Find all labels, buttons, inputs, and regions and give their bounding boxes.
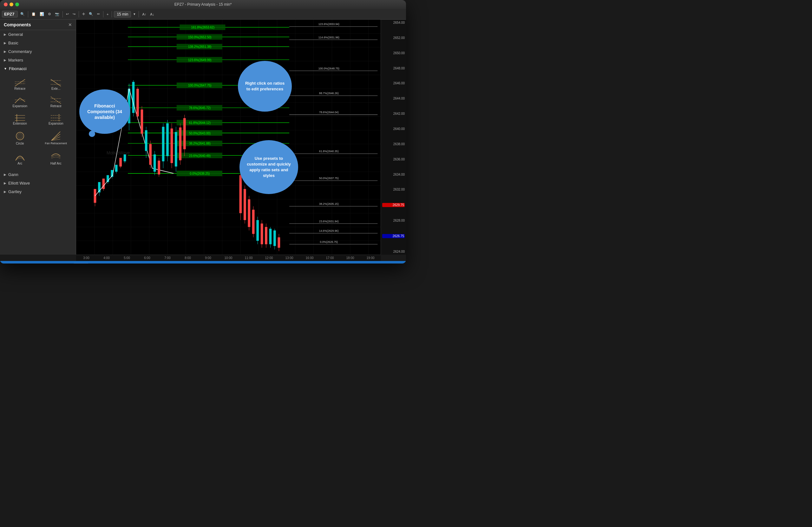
- plus-icon[interactable]: +: [105, 12, 110, 17]
- price-tick-13: 2628.00: [382, 219, 405, 222]
- fib-item-halfarc[interactable]: Half Arc: [39, 148, 74, 167]
- timeframe-20min[interactable]: 20 min: [90, 263, 105, 263]
- timeframe-dropdown-icon[interactable]: ▾: [132, 11, 137, 17]
- fib-item-fan[interactable]: Fan Retracement: [39, 128, 74, 147]
- fib-label-fan: Fan Retracement: [45, 142, 67, 145]
- symbol-display[interactable]: EPZ7: [2, 11, 18, 17]
- sidebar-item-markers[interactable]: ▶ Markers: [0, 56, 76, 64]
- fan-icon: [50, 130, 61, 142]
- expand-icon-markers: ▶: [4, 58, 6, 62]
- chart-tools-btn[interactable]: 📋: [354, 263, 363, 264]
- svg-rect-158: [183, 118, 186, 149]
- fib-item-retrace1[interactable]: Retrace: [2, 76, 38, 92]
- search-icon[interactable]: 🔍: [19, 11, 26, 17]
- timeframe-1min[interactable]: 1 min: [29, 263, 41, 263]
- timeframe-10min[interactable]: 10 min: [57, 263, 72, 263]
- chart-icon[interactable]: 📊: [38, 11, 45, 17]
- svg-text:MotiveWave: MotiveWave: [106, 150, 130, 156]
- chart-expand-btn[interactable]: ⟺: [383, 263, 392, 264]
- svg-rect-176: [273, 231, 276, 246]
- chart-layout-btn[interactable]: ⊞: [364, 263, 371, 264]
- svg-text:0.0%(2638.25): 0.0%(2638.25): [190, 172, 210, 176]
- fib-label-halfarc: Half Arc: [50, 162, 61, 165]
- fib-item-extend1[interactable]: Exte...: [39, 76, 74, 92]
- minimize-button[interactable]: [10, 2, 13, 6]
- svg-rect-120: [102, 178, 105, 189]
- sidebar-item-fibonacci[interactable]: ▼ Fibonacci: [0, 64, 76, 73]
- fibonacci-grid: Retrace Exte...: [0, 75, 76, 169]
- sidebar-item-commentary[interactable]: ▶ Commentary: [0, 47, 76, 56]
- sidebar-title: Components: [4, 22, 31, 27]
- fib-item-arc[interactable]: Arc: [2, 148, 38, 167]
- svg-rect-140: [145, 130, 147, 151]
- svg-text:114.6%(2651.96): 114.6%(2651.96): [318, 35, 339, 39]
- svg-text:50.0%(2637.75): 50.0%(2637.75): [319, 177, 338, 180]
- time-tick-3: 3:00: [76, 255, 97, 261]
- timeframe-more[interactable]: >>5: [186, 262, 195, 263]
- svg-rect-148: [162, 127, 165, 161]
- price-tick-3: 2648.00: [382, 67, 405, 70]
- sidebar-item-basic[interactable]: ▶ Basic: [0, 39, 76, 47]
- sidebar-close-button[interactable]: ✕: [68, 22, 72, 27]
- window-title: EPZ7 - Primary Analysis - 15 min*: [174, 2, 232, 7]
- font-size-up-icon[interactable]: A↑: [141, 12, 147, 17]
- chart-svg: 161.8%(2653.62) 150.0%(2652.50) 138.2%(2…: [76, 20, 381, 254]
- fib-label-extend1: Exte...: [52, 87, 60, 90]
- cursor-icon[interactable]: ✛: [81, 11, 86, 17]
- fib-item-extension1[interactable]: Extension: [2, 111, 38, 127]
- timeframe-5min[interactable]: 5 min: [43, 263, 56, 263]
- expansion2-icon: [50, 113, 61, 122]
- svg-rect-164: [248, 200, 250, 227]
- settings-icon[interactable]: ⚙: [47, 11, 52, 17]
- zoom-icon[interactable]: 🔍: [88, 11, 95, 17]
- maximize-button[interactable]: [15, 2, 19, 6]
- sidebar-label-commentary: Commentary: [8, 49, 32, 54]
- chart-sync-btn[interactable]: 🔗: [373, 263, 381, 264]
- time-tick-13: 13:00: [279, 255, 300, 261]
- timeframe-15min[interactable]: 15 min: [74, 263, 88, 263]
- undo-icon[interactable]: ↩: [65, 11, 70, 17]
- sidebar-item-elliott[interactable]: ▶ Elliott Wave: [0, 179, 76, 187]
- main-layout: Components ✕ ▶ General ▶ Basic ▶ Comment…: [0, 20, 406, 254]
- close-button[interactable]: [4, 2, 8, 6]
- redo-icon[interactable]: ↪: [71, 11, 77, 17]
- expand-icon-gartley: ▶: [4, 190, 6, 193]
- svg-rect-144: [154, 155, 156, 172]
- window-controls[interactable]: [4, 2, 19, 6]
- svg-rect-150: [166, 123, 169, 156]
- font-size-down-icon[interactable]: A↓: [149, 12, 156, 17]
- svg-text:88.7%(2646.26): 88.7%(2646.26): [319, 92, 338, 95]
- svg-text:14.6%(2629.96): 14.6%(2629.96): [319, 229, 338, 233]
- sidebar-item-gann[interactable]: ▶ Gann: [0, 170, 76, 179]
- sidebar-label-fibonacci: Fibonacci: [9, 66, 27, 71]
- timeframe-1hour[interactable]: 1 hour: [139, 263, 153, 263]
- fib-item-expansion1[interactable]: Expansion: [2, 93, 38, 110]
- svg-rect-166: [252, 209, 255, 234]
- right-click-text: Right click on ratios to edit preference…: [244, 80, 286, 92]
- fib-item-circle[interactable]: Circle: [2, 128, 38, 147]
- camera-icon[interactable]: 📷: [54, 11, 61, 17]
- arc-icon: [14, 150, 26, 162]
- timeframe-30min[interactable]: 30 min: [106, 263, 121, 263]
- timeframe-6hour[interactable]: 6 hour: [170, 263, 184, 263]
- svg-rect-146: [158, 161, 160, 175]
- price-tick-9: 2636.00: [382, 158, 405, 161]
- svg-rect-126: [115, 165, 118, 172]
- svg-point-21: [17, 133, 23, 138]
- right-click-bubble: Right click on ratios to edit preference…: [238, 61, 292, 112]
- timeframe-2hour[interactable]: 2 hour: [155, 263, 168, 263]
- sidebar-item-gartley[interactable]: ▶ Gartley: [0, 187, 76, 196]
- draw-icon[interactable]: ✏: [96, 11, 101, 17]
- copy-icon[interactable]: 📋: [30, 11, 37, 17]
- title-bar: EPZ7 - Primary Analysis - 15 min*: [0, 0, 406, 9]
- timeframe-display[interactable]: 15 min: [114, 11, 131, 17]
- fib-item-retrace2[interactable]: Retrace: [39, 93, 74, 110]
- sidebar-item-general[interactable]: ▶ General: [0, 30, 76, 39]
- chart-area[interactable]: EPZ7 - 15 min: [76, 20, 381, 254]
- fib-item-expansion2[interactable]: Expansion: [39, 111, 74, 127]
- separator-1: [28, 11, 28, 17]
- timeframe-45min[interactable]: 45 min: [123, 263, 137, 263]
- price-tick-14: 2626.75: [382, 234, 405, 238]
- calendar-btn[interactable]: 📅: [394, 263, 402, 264]
- sidebar-scroll[interactable]: ▶ General ▶ Basic ▶ Commentary ▶ Markers…: [0, 30, 76, 196]
